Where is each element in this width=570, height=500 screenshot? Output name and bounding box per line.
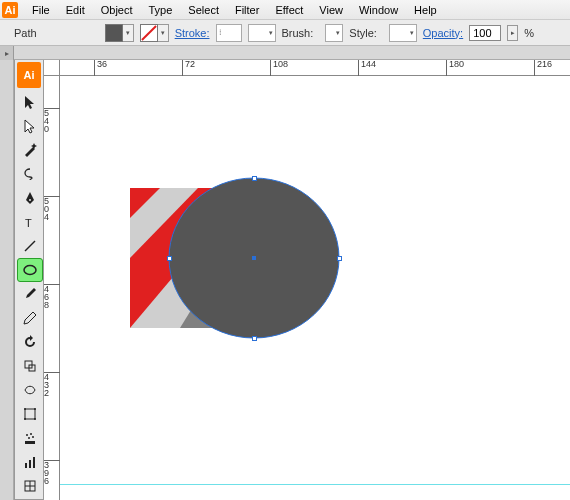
ruler-tick: 216 <box>534 60 552 76</box>
opacity-link[interactable]: Opacity: <box>423 27 463 39</box>
ruler-tick: 396 <box>44 460 60 485</box>
ruler-tick: 504 <box>44 196 60 221</box>
ellipse-tool[interactable] <box>17 258 43 282</box>
svg-point-13 <box>32 436 34 438</box>
svg-rect-14 <box>25 441 35 444</box>
selection-handle[interactable] <box>252 336 257 341</box>
svg-point-12 <box>28 437 30 439</box>
panel-strip: ▸ <box>0 46 570 60</box>
stroke-weight-dropdown[interactable]: ▾ <box>248 24 276 42</box>
free-transform-tool[interactable] <box>17 402 43 426</box>
rotate-tool[interactable] <box>17 330 43 354</box>
type-tool[interactable]: T <box>17 210 43 234</box>
svg-point-6 <box>24 408 26 410</box>
menu-bar: Ai File Edit Object Type Select Filter E… <box>0 0 570 20</box>
warp-tool[interactable] <box>17 378 43 402</box>
svg-rect-5 <box>25 409 35 419</box>
toolbox: Ai T <box>14 60 44 500</box>
line-tool[interactable] <box>17 234 43 258</box>
menu-window[interactable]: Window <box>351 2 406 18</box>
ruler-tick: 108 <box>270 60 288 76</box>
menu-view[interactable]: View <box>311 2 351 18</box>
graph-tool[interactable] <box>17 450 43 474</box>
horizontal-guide[interactable] <box>60 484 570 485</box>
ruler-tick: 72 <box>182 60 195 76</box>
app-icon: Ai <box>2 2 18 18</box>
selection-type-label: Path <box>14 27 37 39</box>
magic-wand-tool[interactable] <box>17 138 43 162</box>
menu-filter[interactable]: Filter <box>227 2 267 18</box>
selection-handle[interactable] <box>252 176 257 181</box>
svg-rect-16 <box>29 460 31 468</box>
svg-point-7 <box>34 408 36 410</box>
svg-point-11 <box>30 433 32 435</box>
svg-point-9 <box>34 418 36 420</box>
svg-line-1 <box>25 241 35 251</box>
canvas[interactable] <box>60 76 570 500</box>
toolbox-header-icon: Ai <box>17 62 41 88</box>
menu-help[interactable]: Help <box>406 2 445 18</box>
svg-point-10 <box>26 434 28 436</box>
brush-label: Brush: <box>282 27 314 39</box>
ruler-horizontal[interactable]: 3672108144180216 <box>60 60 570 76</box>
lasso-tool[interactable] <box>17 162 43 186</box>
selection-handle[interactable] <box>337 256 342 261</box>
menu-file[interactable]: File <box>24 2 58 18</box>
ruler-tick: 36 <box>94 60 107 76</box>
menu-effect[interactable]: Effect <box>267 2 311 18</box>
selection-handle[interactable] <box>167 256 172 261</box>
svg-point-2 <box>24 266 36 275</box>
menu-object[interactable]: Object <box>93 2 141 18</box>
selection-center[interactable] <box>252 256 256 260</box>
pen-tool[interactable] <box>17 186 43 210</box>
options-bar: Path ▾ ▾ Stroke: ⁞ ▾ Brush: ▾ Style: ▾ O… <box>0 20 570 46</box>
ruler-tick: 180 <box>446 60 464 76</box>
ruler-tick: 144 <box>358 60 376 76</box>
ruler-tick: 468 <box>44 284 60 309</box>
panel-toggle-button[interactable]: ▸ <box>0 46 14 60</box>
menu-edit[interactable]: Edit <box>58 2 93 18</box>
svg-rect-15 <box>25 463 27 468</box>
paintbrush-tool[interactable] <box>17 282 43 306</box>
svg-point-8 <box>24 418 26 420</box>
stroke-swatch[interactable]: ▾ <box>140 24 169 42</box>
mesh-tool[interactable] <box>17 474 43 498</box>
symbol-sprayer-tool[interactable] <box>17 426 43 450</box>
menu-select[interactable]: Select <box>180 2 227 18</box>
ruler-tick: 540 <box>44 108 60 133</box>
svg-rect-17 <box>33 457 35 468</box>
ruler-origin[interactable] <box>44 60 60 76</box>
fill-swatch[interactable]: ▾ <box>105 24 134 42</box>
stroke-weight-input[interactable]: ⁞ <box>216 24 242 42</box>
svg-text:T: T <box>25 217 32 229</box>
opacity-dropdown[interactable]: ▸ <box>507 25 518 41</box>
selection-tool[interactable] <box>17 90 43 114</box>
scale-tool[interactable] <box>17 354 43 378</box>
artwork-svg <box>60 76 570 500</box>
style-dropdown[interactable]: ▾ <box>389 24 417 42</box>
ruler-vertical[interactable]: 540504468432396 <box>44 76 60 500</box>
brush-dropdown[interactable]: ▾ <box>325 24 343 42</box>
direct-selection-tool[interactable] <box>17 114 43 138</box>
style-label: Style: <box>349 27 377 39</box>
menu-type[interactable]: Type <box>141 2 181 18</box>
percent-label: % <box>524 27 534 39</box>
ruler-tick: 432 <box>44 372 60 397</box>
pencil-tool[interactable] <box>17 306 43 330</box>
canvas-area: 3672108144180216 540504468432396 <box>44 60 570 500</box>
opacity-input[interactable] <box>469 25 501 41</box>
dock-strip[interactable] <box>0 60 14 500</box>
stroke-link[interactable]: Stroke: <box>175 27 210 39</box>
